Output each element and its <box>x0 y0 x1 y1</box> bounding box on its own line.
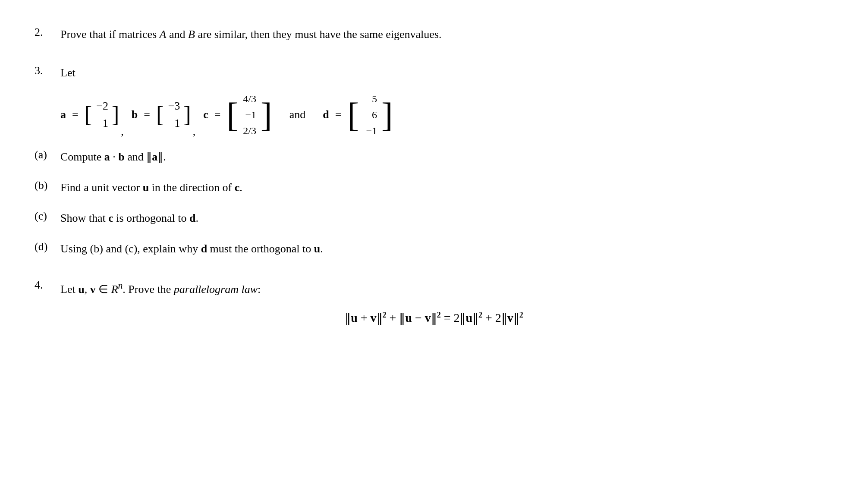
vec-b-cols: −3 1 <box>164 97 183 133</box>
parallelogram-formula: ‖u + v‖2 + ‖u − v‖2 = 2‖u‖2 + 2‖v‖2 <box>35 311 833 325</box>
vec-d-bracket: [ 5 6 −1 ] <box>347 90 393 140</box>
vec-d-row3: −1 <box>363 123 377 138</box>
vec-a-row2: 1 <box>95 116 108 131</box>
problem-2-number: 2. <box>35 26 60 39</box>
vec-d-cols: 5 6 −1 <box>359 90 381 140</box>
problem-4-number: 4. <box>35 279 60 292</box>
vec-b-bracket: [ −3 1 ] <box>156 97 191 133</box>
vec-a-row1: −2 <box>95 98 108 114</box>
comma-2: , <box>193 125 196 140</box>
bracket-a-right: ] <box>112 104 119 126</box>
bracket-c-right: ] <box>261 97 272 132</box>
vec-b-row2: 1 <box>167 116 180 131</box>
vec-c-cols: 4/3 −1 2/3 <box>238 90 261 140</box>
bracket-c-left: [ <box>226 97 238 132</box>
subpart-c: (c) Show that c is orthogonal to d. <box>35 210 833 226</box>
bracket-d-left: [ <box>347 97 359 132</box>
subpart-b-text: Find a unit vector u in the direction of… <box>60 179 242 196</box>
and-word: and <box>289 108 306 121</box>
eq4: = <box>335 108 342 121</box>
subpart-a-label: (a) <box>35 148 60 161</box>
subpart-d-label: (d) <box>35 240 60 253</box>
problem-3: 3. Let a = [ −2 1 ] , b = [ −3 1 ] , <box>35 64 833 257</box>
problem-3-let: Let <box>60 64 75 81</box>
problem-2-text: Prove that if matrices A and B are simil… <box>60 26 441 43</box>
bracket-b-left: [ <box>156 104 164 126</box>
bracket-a-left: [ <box>85 104 92 126</box>
vec-c-row3: 2/3 <box>242 123 256 138</box>
problem-2: 2. Prove that if matrices A and B are si… <box>35 26 833 43</box>
vec-a-bracket: [ −2 1 ] <box>85 97 120 133</box>
subpart-a-text: Compute a · b and ‖a‖. <box>60 148 166 165</box>
problem-3-intro: 3. Let <box>35 64 833 81</box>
bracket-b-right: ] <box>183 104 191 126</box>
vec-c-bracket: [ 4/3 −1 2/3 ] <box>226 90 272 140</box>
bracket-d-right: ] <box>381 97 393 132</box>
vec-b-label: b <box>132 108 138 121</box>
comma-1: , <box>121 125 124 140</box>
subpart-d-text: Using (b) and (c), explain why d must th… <box>60 240 323 257</box>
eq3: = <box>214 108 221 121</box>
eq1: = <box>72 108 79 121</box>
subpart-c-label: (c) <box>35 210 60 223</box>
vec-a-cols: −2 1 <box>92 97 112 133</box>
vectors-display: a = [ −2 1 ] , b = [ −3 1 ] , c = [ <box>60 90 833 140</box>
subpart-b-label: (b) <box>35 179 60 192</box>
problem-4-line: 4. Let u, v ∈ Rn. Prove the parallelogra… <box>35 279 833 298</box>
formula-text: ‖u + v‖2 + ‖u − v‖2 = 2‖u‖2 + 2‖v‖2 <box>345 311 523 325</box>
matrix-B: B <box>188 28 195 41</box>
problem-4-text: Let u, v ∈ Rn. Prove the parallelogram l… <box>60 279 261 298</box>
vec-c-row2: −1 <box>242 107 256 123</box>
vec-d-row2: 6 <box>363 107 377 123</box>
problem-3-number: 3. <box>35 64 60 77</box>
vec-b-row1: −3 <box>167 98 180 114</box>
subpart-a: (a) Compute a · b and ‖a‖. <box>35 148 833 165</box>
vec-c-row1: 4/3 <box>242 91 256 107</box>
vec-c-label: c <box>203 108 208 121</box>
matrix-A: A <box>160 28 167 41</box>
subpart-d: (d) Using (b) and (c), explain why d mus… <box>35 240 833 257</box>
problem-4: 4. Let u, v ∈ Rn. Prove the parallelogra… <box>35 279 833 325</box>
vec-d-row1: 5 <box>363 91 377 107</box>
subpart-c-text: Show that c is orthogonal to d. <box>60 210 198 226</box>
eq2: = <box>144 108 150 121</box>
problem-2-line: 2. Prove that if matrices A and B are si… <box>35 26 833 43</box>
subpart-b: (b) Find a unit vector u in the directio… <box>35 179 833 196</box>
vec-a-label: a <box>60 108 66 121</box>
vec-d-label: d <box>323 108 329 121</box>
